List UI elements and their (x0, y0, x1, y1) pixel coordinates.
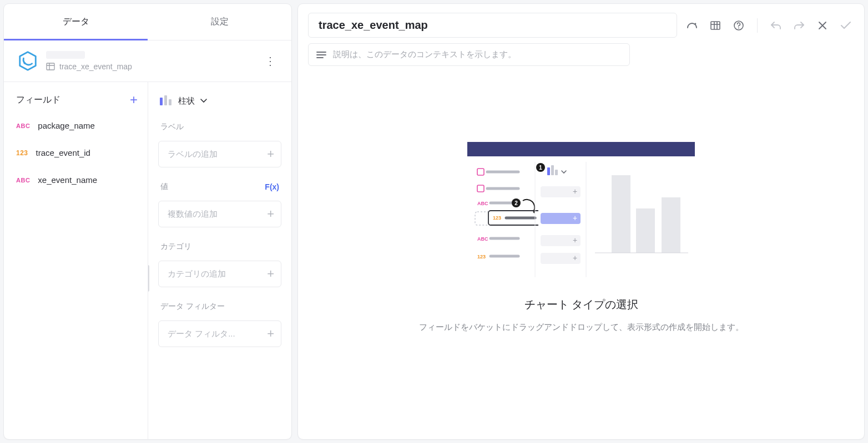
svg-rect-9 (711, 22, 720, 29)
svg-rect-2 (47, 63, 54, 70)
type-badge-abc-icon: ABC (16, 123, 30, 129)
datasource-texts: trace_xe_event_map (46, 51, 253, 71)
help-icon[interactable] (730, 17, 747, 34)
svg-rect-52 (612, 175, 630, 253)
datasource-row: trace_xe_event_map ⋮ (4, 40, 291, 82)
svg-text:+: + (573, 253, 577, 262)
svg-text:1: 1 (539, 165, 542, 171)
paragraph-icon (316, 51, 326, 59)
plus-icon: + (267, 208, 274, 220)
fields-header-label: フィールド (16, 94, 60, 106)
illustration-subtitle: フィールドをバケットにドラッグアンドドロップして、表示形式の作成を開始します。 (419, 322, 744, 333)
svg-rect-54 (662, 197, 680, 253)
section-title: ラベル (160, 122, 184, 132)
plus-icon: + (267, 148, 274, 160)
fields-column: フィールド + ABC package_name 123 trace_event… (4, 82, 148, 439)
svg-point-8 (695, 23, 697, 24)
scroll-handle[interactable] (148, 265, 149, 292)
divider (757, 18, 758, 33)
svg-text:123: 123 (477, 254, 486, 259)
chevron-down-icon (200, 99, 207, 103)
fields-header: フィールド + (4, 90, 148, 112)
value-dropzone[interactable]: 複数値の追加 + (158, 201, 281, 227)
svg-text:123: 123 (493, 215, 501, 221)
svg-text:+: + (573, 213, 577, 222)
section-label-category: カテゴリ (148, 235, 291, 256)
add-field-button[interactable]: + (130, 93, 138, 106)
field-name: xe_event_name (38, 175, 97, 185)
svg-rect-38 (555, 170, 558, 175)
description-placeholder: 説明は、このデータのコンテキストを示します。 (333, 49, 516, 60)
bar-chart-icon (159, 95, 173, 106)
fx-button[interactable]: F(x) (265, 182, 279, 191)
plus-icon: + (267, 328, 274, 340)
gauge-icon[interactable] (684, 17, 700, 34)
svg-text:+: + (573, 236, 577, 245)
table-icon (46, 62, 55, 71)
plus-icon: + (267, 268, 274, 280)
illustration-title: チャート タイプの選択 (524, 297, 638, 312)
field-item[interactable]: ABC xe_event_name (4, 166, 148, 194)
svg-rect-7 (169, 99, 171, 105)
svg-rect-18 (467, 142, 695, 156)
svg-point-1 (23, 62, 26, 64)
label-dropzone[interactable]: ラベルの追加 + (158, 141, 281, 167)
tab-settings[interactable]: 設定 (148, 4, 291, 40)
tab-data[interactable]: データ (4, 4, 148, 40)
section-label-value: 値 F(x) (148, 175, 291, 196)
chart-type-selector[interactable]: 柱状 (148, 90, 291, 115)
section-label-filter: データ フィルター (148, 295, 291, 316)
svg-text:ABC: ABC (477, 236, 488, 242)
dropzone-placeholder: カテゴリの追加 (168, 269, 226, 279)
svg-text:2: 2 (514, 200, 518, 206)
field-name: trace_event_id (36, 148, 90, 157)
datasource-logo-icon (17, 50, 38, 72)
close-button[interactable] (814, 17, 831, 34)
table-view-icon[interactable] (707, 17, 724, 34)
redo-button[interactable] (791, 17, 808, 34)
split-columns: フィールド + ABC package_name 123 trace_event… (4, 82, 291, 439)
datasource-table-name: trace_xe_event_map (59, 62, 132, 71)
svg-rect-6 (164, 95, 167, 105)
title-input[interactable]: trace_xe_event_map (308, 13, 677, 38)
filter-dropzone[interactable]: データ フィルタ... + (158, 320, 281, 347)
dropzone-placeholder: 複数値の追加 (168, 209, 218, 220)
confirm-button[interactable] (837, 17, 854, 34)
left-panel: データ 設定 trace_xe_event_map ⋮ フィールド (3, 3, 292, 440)
right-panel: trace_xe_event_map 説明は、このデータのコンテキストを示します… (297, 3, 865, 440)
svg-text:+: + (573, 187, 577, 196)
svg-marker-0 (20, 52, 36, 70)
undo-button[interactable] (768, 17, 784, 34)
section-title: データ フィルター (160, 302, 225, 312)
datasource-table-label: trace_xe_event_map (46, 62, 253, 71)
description-input[interactable]: 説明は、このデータのコンテキストを示します。 (308, 43, 630, 66)
category-dropzone[interactable]: カテゴリの追加 + (158, 261, 281, 287)
chart-type-label: 柱状 (178, 96, 195, 106)
field-item[interactable]: ABC package_name (4, 112, 148, 139)
svg-text:ABC: ABC (477, 201, 488, 206)
datasource-more-button[interactable]: ⋮ (260, 52, 280, 70)
field-item[interactable]: 123 trace_event_id (4, 139, 148, 166)
svg-rect-36 (547, 167, 550, 175)
chart-placeholder-illustration-icon: ABC 123 ABC 123 + + (467, 142, 695, 281)
section-label-label: ラベル (148, 115, 291, 136)
section-title: カテゴリ (160, 242, 191, 252)
svg-rect-5 (160, 98, 163, 105)
svg-rect-53 (636, 208, 655, 253)
config-column: 柱状 ラベル ラベルの追加 + 値 F(x) 複数値の追加 + カテ (148, 82, 291, 439)
section-title: 値 (160, 182, 168, 192)
svg-point-14 (738, 27, 739, 28)
type-badge-abc-icon: ABC (16, 177, 30, 184)
datasource-name-placeholder (46, 51, 85, 59)
dropzone-placeholder: データ フィルタ... (168, 329, 235, 339)
illustration-area: ABC 123 ABC 123 + + (308, 66, 854, 430)
tabs: データ 設定 (4, 4, 291, 40)
svg-rect-37 (551, 165, 554, 175)
type-badge-123-icon: 123 (16, 149, 28, 157)
titlebar: trace_xe_event_map (308, 13, 854, 38)
dropzone-placeholder: ラベルの追加 (168, 149, 218, 160)
field-name: package_name (38, 121, 95, 130)
